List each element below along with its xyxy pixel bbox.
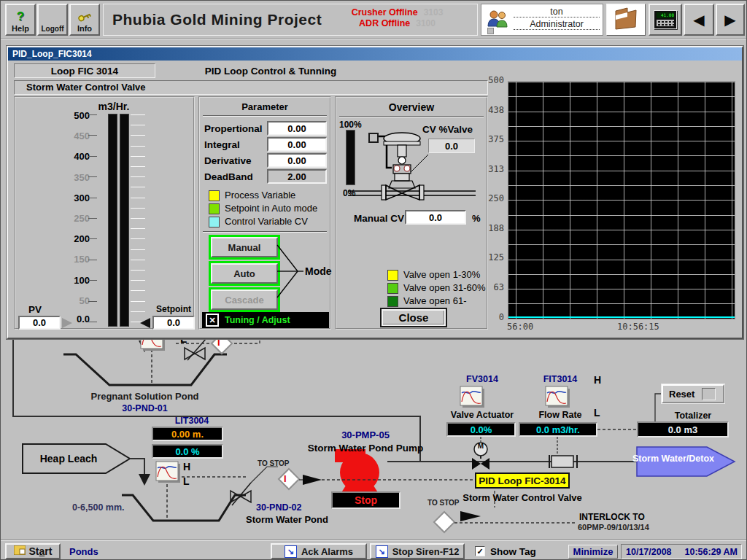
info-label: Info	[77, 24, 92, 33]
close-button[interactable]: Close	[380, 308, 447, 327]
user-badge-icon	[487, 28, 494, 34]
y-axis-tick: 0	[476, 312, 504, 322]
valve-open-low-swatch	[387, 270, 398, 281]
interlock-to-label: INTERLOCK TO	[579, 512, 645, 522]
cv-legend-label: Control Variable CV	[225, 216, 308, 227]
pid-loop-tag[interactable]: PID Loop FIC-3014	[475, 472, 570, 489]
trend-line-pv	[508, 316, 735, 318]
flow-rate-tag: FIT3014	[527, 374, 593, 384]
tuning-checkbox[interactable]: ✕	[206, 314, 219, 327]
show-tag-checkbox[interactable]: ✓	[475, 546, 485, 556]
prev-page-button[interactable]: ◀	[684, 4, 714, 36]
divider	[339, 116, 484, 117]
totalizer-value-box[interactable]: 0.0 m3	[637, 421, 729, 438]
x-axis-tick: 56:00	[507, 322, 533, 332]
reset-label: Reset	[669, 389, 694, 400]
gauge-bar-pv	[108, 114, 117, 327]
deadband-label: DeadBand	[204, 171, 253, 182]
valve-open-high-swatch	[387, 296, 398, 307]
manual-cv-unit: %	[472, 213, 481, 224]
tuning-bar: ✕ Tuning / Adjust	[202, 312, 329, 328]
setpoint-value-box[interactable]: 0.0	[152, 316, 195, 330]
alarm-summary: Crusher Offline 3103 ADR Offline 3100	[322, 7, 472, 29]
user-panel[interactable]: ton Administrator	[481, 4, 603, 36]
logoff-button[interactable]: Logoff	[37, 4, 68, 36]
trend-icon-fv3014[interactable]	[460, 386, 484, 408]
pump-icon[interactable]	[335, 449, 380, 496]
next-page-button[interactable]: ▶	[716, 4, 745, 36]
stop-siren-button[interactable]: ↘ Stop Siren-F12	[370, 543, 465, 559]
gauge-panel: m3/Hr. 500 450 400 350 300 250 200 150 1…	[14, 96, 195, 330]
to-stop-label-2: TO STOP	[427, 499, 460, 507]
deadband-value: 2.00	[267, 169, 327, 184]
key-icon	[77, 11, 92, 24]
info-button[interactable]: Info	[69, 4, 100, 36]
valve-open-mid-label: Valve open 31-60%	[403, 282, 486, 293]
manual-cv-input[interactable]: 0.0	[405, 210, 466, 225]
interlock-mark-2: I	[284, 473, 287, 484]
help-icon: ?	[17, 9, 24, 24]
pump-tag: 30-PMP-05	[314, 429, 417, 440]
trend-plot	[508, 81, 735, 319]
sp-pointer-icon	[140, 318, 150, 328]
level-percent-box[interactable]: 0.0 %	[152, 444, 223, 459]
calculator-button[interactable]: 41.00	[649, 4, 682, 36]
help-button[interactable]: ? Help	[5, 4, 36, 36]
minimize-button[interactable]: Minimize	[568, 545, 618, 559]
gauge-tick: 200	[42, 233, 90, 244]
start-button[interactable]: Start	[5, 543, 61, 559]
current-screen-label: Ponds	[69, 546, 98, 557]
mode-auto-button[interactable]: Auto	[209, 261, 280, 286]
cv-percent-value-box: 0.0	[428, 139, 475, 153]
flow-meter-icon[interactable]	[549, 437, 577, 468]
derivative-input[interactable]: 0.00	[267, 153, 327, 168]
pv-legend-label: Process Variable	[225, 190, 295, 201]
integral-input[interactable]: 0.00	[267, 137, 327, 152]
low-alarm-label2: L	[183, 475, 190, 487]
x-axis-tick: 10:56:15	[617, 322, 659, 332]
logoff-label: Logoff	[41, 25, 63, 33]
pregnant-pond-name: Pregnant Solution Pond	[66, 391, 223, 402]
help-label: Help	[12, 24, 29, 33]
dialog-titlebar[interactable]: PID_Loop_FIC3014	[8, 47, 742, 61]
interlock-to-targets: 60PMP-09/10/13/14	[578, 523, 649, 532]
valve-actuator-tag: FV3014	[449, 374, 515, 384]
pid-loop-name: Storm Water Control Valve	[457, 492, 587, 503]
trend-icon-storm[interactable]	[156, 462, 180, 483]
gauge-tick: 350	[42, 172, 90, 183]
ack-alarms-button[interactable]: ↘ Ack Alarms	[271, 543, 367, 559]
pid-loop-dialog: PID_Loop_FIC3014 Loop FIC 3014 PID Loop …	[7, 46, 743, 339]
valve-open-mid-swatch	[387, 283, 398, 294]
page-title: Phubia Gold Mining Project	[112, 11, 322, 28]
heap-leach-label: Heap Leach	[26, 453, 112, 464]
y-axis-tick: 63	[476, 282, 504, 292]
time-display: 10:56:29 AM	[685, 547, 738, 557]
trend-icon-fit3014[interactable]	[546, 386, 570, 408]
mode-cascade-button[interactable]: Cascade	[209, 287, 280, 312]
overview-panel: Overview 100% 0%	[335, 96, 488, 330]
user-role: Administrator	[514, 18, 600, 30]
gauge-ticks-left	[88, 114, 97, 323]
reset-button[interactable]	[702, 388, 716, 400]
valve-actuator-name: Valve Actuator	[442, 410, 522, 420]
dialog-heading: PID Loop Control & Tunning	[176, 63, 365, 78]
manual-cv-label: Manual CV	[354, 213, 404, 224]
pregnant-pond-shape	[63, 354, 227, 385]
mode-manual-button[interactable]: Manual	[209, 235, 280, 260]
level-value-box[interactable]: 0.00 m.	[152, 427, 223, 441]
proportional-input[interactable]: 0.00	[267, 121, 327, 136]
clock-panel: 10/17/2008 10:56:29 AM	[621, 544, 742, 559]
navigation-folder-button[interactable]	[606, 4, 646, 36]
valve-actuator-value-box[interactable]: 0.0%	[446, 422, 516, 437]
derivative-label: Derivative	[204, 155, 252, 166]
parameter-title: Parameter	[200, 101, 330, 112]
integral-label: Integral	[204, 139, 240, 150]
y-axis-tick: 250	[476, 193, 504, 203]
flow-rate-value-box[interactable]: 0.0 m3/hr.	[519, 422, 597, 437]
pv-value-box[interactable]: 0.0	[18, 316, 61, 330]
y-axis-tick: 375	[476, 134, 504, 144]
y-axis-tick: 500	[476, 75, 504, 85]
proportional-label: Propertional	[204, 123, 263, 134]
reset-panel: Reset	[662, 384, 724, 403]
gauge-tick: 100	[42, 275, 90, 286]
